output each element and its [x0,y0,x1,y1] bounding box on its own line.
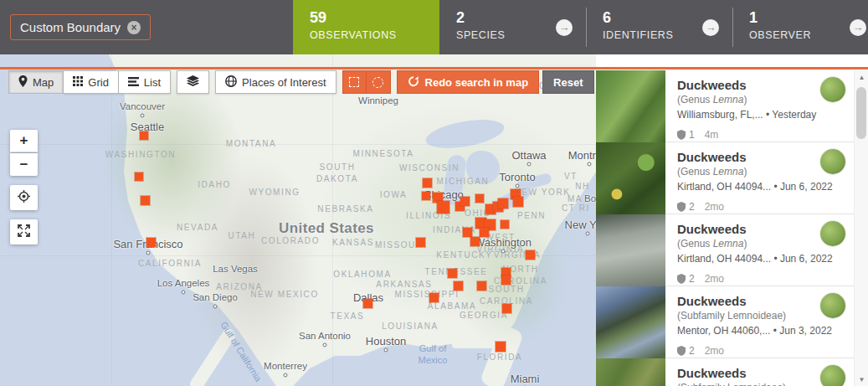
state-label: GEORGIA [460,310,508,322]
observation-card[interactable]: Duckweeds (Genus Lemna) Kirtland, OH 440… [596,214,854,286]
observer-avatar[interactable] [820,221,845,246]
scrollbar-thumb[interactable] [856,87,866,139]
arrow-right-icon[interactable]: → [556,19,573,36]
observation-card[interactable]: Duckweeds (Subfamily Lemnoideae) Mentor,… [596,286,854,358]
observation-marker[interactable] [498,198,508,208]
city-label: San Antonio [299,331,351,341]
map-toolbar: Map Grid List Places of Interest [8,70,594,94]
observation-marker[interactable] [363,299,372,308]
observation-marker[interactable] [141,196,150,205]
fullscreen-button[interactable] [10,219,38,244]
observer-avatar[interactable] [820,77,845,102]
geolocate-icon [18,190,30,206]
remove-filter-icon[interactable]: × [127,21,141,34]
observation-location-date: Kirtland, OH 44094... • Jun 6, 2022 [677,253,845,265]
lake-ontario [516,172,552,192]
arrow-right-icon[interactable]: → [850,19,866,36]
geolocate-button[interactable] [10,185,38,210]
observation-marker[interactable] [146,238,156,247]
reset-button[interactable]: Reset [542,70,593,94]
observation-marker[interactable] [526,250,535,260]
state-label: IDAHO [198,179,231,191]
stats-tabs: 59 OBSERVATIONS 2 SPECIES → 6 IDENTIFIER… [293,0,868,54]
observer-avatar[interactable] [820,149,845,174]
draw-rectangle-button[interactable] [342,70,367,94]
observation-marker[interactable] [501,275,511,285]
layers-button[interactable] [177,70,209,94]
list-view-button[interactable]: List [119,70,171,94]
observation-photo[interactable] [596,142,665,214]
observation-photo[interactable] [596,214,665,286]
plus-icon: + [20,132,28,149]
map-canvas[interactable]: WASHINGTONMONTANAMINNESOTASOUTH DAKOTAWY… [0,54,596,386]
observation-taxon-sci: (Genus Lemna) [677,94,845,106]
state-label: IOWA [380,189,408,201]
observation-marker[interactable] [502,304,511,313]
state-label: SOUTH DAKOTA [316,162,358,184]
observation-marker[interactable] [501,220,509,229]
observer-avatar[interactable] [820,293,845,318]
observation-marker[interactable] [480,228,489,237]
redo-search-button[interactable]: Redo search in map [397,70,540,94]
zoom-in-button[interactable]: + [10,130,38,152]
observation-stats: 2 2mo [677,273,845,285]
globe-icon [225,75,237,90]
filter-chip-label: Custom Boundary [20,20,121,34]
scroll-up-icon[interactable]: ▲ [855,70,868,84]
observation-marker[interactable] [448,269,457,278]
observation-stats: 2 2mo [677,201,845,213]
observation-marker[interactable] [463,228,472,237]
observation-marker[interactable] [470,237,480,246]
draw-circle-button[interactable] [367,70,391,94]
observations-sidebar: Duckweeds (Genus Lemna) Williamsburg, FL… [596,54,868,386]
observation-marker[interactable] [422,192,430,200]
city-dot [501,250,506,254]
dashed-circle-icon [372,77,383,88]
sidebar-scrollbar[interactable]: ▲ ▼ [854,70,868,386]
observation-marker[interactable] [140,131,148,140]
map-view-button[interactable]: Map [8,70,64,94]
observation-marker[interactable] [437,201,449,214]
observation-marker[interactable] [513,197,523,207]
tab-observations[interactable]: 59 OBSERVATIONS [293,0,439,54]
tab-observer[interactable]: 1 OBSERVER → [732,0,868,54]
list-icon [128,76,139,89]
arrow-right-icon[interactable]: → [702,19,719,36]
observation-marker[interactable] [423,178,432,188]
observation-photo[interactable] [596,70,665,142]
state-label: NEVADA [177,222,218,234]
tab-species[interactable]: 2 SPECIES → [439,0,586,54]
state-label: ALABAMA [428,301,476,312]
observation-marker[interactable] [454,281,463,291]
observer-avatar[interactable] [820,365,845,386]
observation-marker[interactable] [475,194,484,203]
observation-card[interactable]: Duckweeds (Genus Lemna) Williamsburg, FL… [596,70,854,142]
observation-card[interactable]: Duckweeds (Genus Lemna) Kirtland, OH 440… [596,142,854,214]
lake-superior [424,115,506,153]
custom-boundary-filter-chip[interactable]: Custom Boundary × [10,14,151,40]
city-label: Vancouver [120,101,165,111]
observation-photo[interactable] [596,358,665,386]
grid-view-button[interactable]: Grid [64,70,119,94]
observation-marker[interactable] [496,342,506,352]
map-pin-icon [18,75,28,90]
observation-card[interactable]: Duckweeds (Subfamily Lemnoideae) [596,358,854,386]
scroll-down-icon[interactable]: ▼ [855,373,868,386]
tab-identifiers[interactable]: 6 IDENTIFIERS → [586,0,732,54]
country-label: United States [279,220,374,237]
zoom-out-button[interactable]: − [10,153,38,176]
observation-location-date: Mentor, OH 44060,... • Jun 3, 2022 [677,325,845,337]
observation-marker[interactable] [460,197,470,206]
observation-marker[interactable] [135,172,143,181]
observation-marker[interactable] [429,293,439,302]
observation-marker[interactable] [416,238,425,247]
header-bar: Custom Boundary × 59 OBSERVATIONS 2 SPEC… [0,0,868,54]
observation-marker[interactable] [477,281,486,291]
grid-view-label: Grid [88,76,109,89]
observation-photo[interactable] [596,286,665,358]
state-label: KANSAS [332,237,374,249]
places-of-interest-button[interactable]: Places of Interest [215,70,336,94]
state-label: OKLAHOMA [333,269,391,280]
city-dot [527,162,532,167]
state-label: PENN [517,210,546,222]
